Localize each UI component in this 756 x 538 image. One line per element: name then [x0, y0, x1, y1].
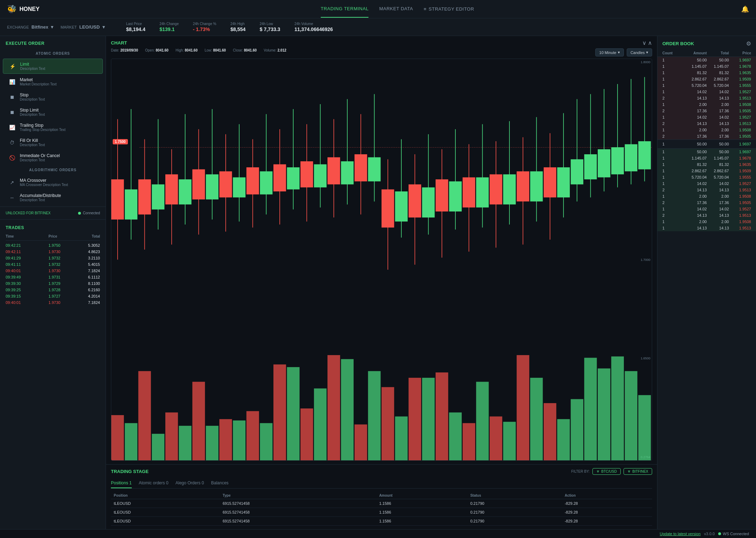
svg-rect-15: [206, 174, 219, 199]
svg-rect-119: [638, 395, 651, 460]
chart-canvas: 1.7500 1.8000 1.7500 1.7000 1.6500 0.276…: [111, 59, 652, 461]
svg-rect-67: [557, 167, 570, 197]
svg-rect-9: [165, 174, 178, 204]
svg-rect-107: [476, 382, 489, 460]
order-accumulate-distribute[interactable]: ↔ Accumulate/Distribute Description Text: [3, 190, 103, 205]
filter-btcusd-button[interactable]: ⛛ BTC/USD: [592, 468, 621, 475]
orderbook-bid-row: 1 5.720.04 5.720.04 1.9555: [657, 174, 756, 180]
orderbook-bid-row: 1 14.02 14.02 1.9527: [657, 180, 756, 187]
orderbook-header: ORDER BOOK ⚙: [657, 36, 756, 50]
chart-title: CHART: [111, 40, 127, 46]
exchange-selector: EXCHANGE Bitfinex ▾: [7, 24, 53, 30]
interval-selector[interactable]: 10 Minute ▾: [595, 48, 624, 56]
chart-type-selector[interactable]: Candles ▾: [627, 48, 652, 56]
chart-expand-controls: ∨ ∧: [642, 40, 652, 46]
stat-24h-change-pct: 24h Change % - 1.73%: [193, 22, 216, 32]
stage-title: TRADING STAGE: [111, 469, 149, 474]
order-limit[interactable]: ⚡ Limit Description Text: [3, 59, 103, 74]
fill-or-kill-icon: ⏱: [8, 139, 16, 146]
order-stop-limit[interactable]: ⏹ Stop Limit Description Text: [3, 105, 103, 119]
bell-icon[interactable]: 🔔: [741, 5, 749, 13]
svg-rect-109: [503, 422, 516, 460]
trade-row: 09:40:01 1.9730 7.1824: [6, 268, 100, 274]
trade-row: 09:39:49 1.9731 6.1112: [6, 274, 100, 280]
svg-rect-69: [571, 159, 584, 184]
nav-trading-terminal[interactable]: TRADING TERMINAL: [321, 0, 369, 18]
order-trailing-stop[interactable]: 📈 Trailing Stop Trailing Stop Descriptio…: [3, 120, 103, 134]
svg-rect-111: [530, 378, 543, 460]
orderbook-ask-row: 1 14.02 14.02 1.9527: [657, 89, 756, 95]
chart-section: CHART ∨ ∧ Date: 2019/09/30 Open: 8041.60…: [106, 36, 657, 465]
tab-balances[interactable]: Balances: [211, 478, 228, 488]
orderbook-ask-row: 2 14.13 14.13 1.9513: [657, 95, 756, 101]
trade-row: 09:39:15 1.9727 4.2014: [6, 293, 100, 299]
svg-rect-103: [422, 378, 435, 460]
filter-bitfinex-button[interactable]: ⛛ BITFINEX: [624, 468, 652, 475]
svg-rect-3: [125, 190, 137, 220]
update-link[interactable]: Update to latest version: [660, 532, 701, 536]
tab-alego-orders[interactable]: Alego Orders 0: [176, 478, 204, 488]
ioc-icon: 🚫: [8, 154, 16, 161]
exchange-value[interactable]: Bitfinex ▾: [30, 24, 53, 30]
svg-rect-81: [125, 423, 137, 460]
svg-rect-110: [517, 355, 530, 460]
trading-stage: TRADING STAGE FILTER BY: ⛛ BTC/USD ⛛ BIT…: [106, 465, 657, 529]
ohlc-date-label: Date: 2019/09/30: [111, 48, 138, 56]
order-fill-or-kill[interactable]: ⏱ Fill Or Kill Description Text: [3, 135, 103, 150]
market-value[interactable]: LEO/USD ▾: [78, 24, 105, 30]
positions-body: tLEOUSD 6915.52741458 1.1586 0.21790 -82…: [111, 499, 652, 526]
tab-atomic-orders[interactable]: Atomic orders 0: [139, 478, 169, 488]
orderbook-bid-row: 1 1.145.07 1.145.07 1.9678: [657, 155, 756, 161]
svg-rect-105: [449, 412, 462, 460]
svg-rect-84: [165, 412, 178, 460]
svg-rect-43: [395, 191, 408, 221]
svg-rect-87: [206, 426, 219, 460]
trade-row: 09:40:01 1.9730 7.1824: [6, 299, 100, 306]
orderbook-ask-row: 2 17.36 17.36 1.9505: [657, 133, 756, 139]
stop-icon: ⏹: [8, 94, 16, 101]
svg-rect-55: [476, 177, 489, 207]
svg-rect-65: [544, 167, 556, 197]
settings-icon[interactable]: ⚙: [746, 40, 751, 47]
nav-market-data[interactable]: MARKET DATA: [379, 0, 413, 18]
orderbook-bid-row: 1 2.00 2.00 1.9508: [657, 219, 756, 225]
svg-rect-13: [193, 169, 205, 199]
ohlc-low-label: Low: 8041.60: [205, 48, 226, 56]
svg-rect-94: [301, 408, 313, 460]
svg-rect-33: [327, 157, 340, 185]
svg-rect-31: [314, 164, 327, 187]
svg-rect-100: [382, 387, 394, 460]
ws-status: WS Connected: [718, 532, 749, 536]
order-ma-crossover[interactable]: ↗ MA Crossover MA Crossover Description …: [3, 175, 103, 190]
collapse-icon[interactable]: ∨: [642, 40, 646, 46]
svg-rect-112: [544, 403, 556, 460]
divider-1: [0, 207, 106, 207]
tab-positions[interactable]: Positions 1: [111, 478, 132, 488]
svg-rect-35: [341, 161, 354, 184]
ws-dot: [718, 532, 721, 535]
exchange-market: EXCHANGE Bitfinex ▾ MARKET LEO/USD ▾: [7, 24, 105, 30]
strategy-icon: ≡: [424, 6, 426, 12]
expand-icon[interactable]: ∧: [648, 40, 652, 46]
svg-rect-102: [409, 378, 421, 460]
order-stop[interactable]: ⏹ Stop Description Text: [3, 90, 103, 104]
connected-dot-indicator: [78, 212, 81, 215]
svg-rect-21: [247, 167, 259, 195]
nav-strategy-editor[interactable]: ≡ STRATEGY EDITOR: [424, 0, 474, 18]
nav-links: TRADING TERMINAL MARKET DATA ≡ STRATEGY …: [54, 0, 741, 18]
orderbook-ask-row: 1 5.720.04 5.720.04 1.9555: [657, 82, 756, 89]
trade-row: 09:39:25 1.9728 6.2160: [6, 287, 100, 293]
stat-24h-low: 24h Low $ 7,733.3: [260, 22, 280, 32]
atomic-orders-title: ATOMIC ORDERS: [0, 49, 106, 58]
orderbook-ask-row: 1 2.00 2.00 1.9508: [657, 101, 756, 108]
svg-rect-27: [287, 167, 300, 190]
left-panel: EXECUTE ORDER ATOMIC ORDERS ⚡ Limit Desc…: [0, 36, 106, 529]
order-immediate-or-cancel[interactable]: 🚫 Immediate Or Cancel Description Text: [3, 150, 103, 165]
divider-2: [0, 219, 106, 220]
trades-title: TRADES: [6, 224, 100, 233]
svg-rect-85: [179, 426, 191, 460]
svg-rect-29: [301, 161, 313, 187]
order-market[interactable]: 📊 Market Market Description Text: [3, 74, 103, 89]
unlocked-bar: UNLOCKED FOR BITFINEX Connected: [0, 208, 106, 218]
orderbook-bid-row: 2 14.13 14.13 1.9513: [657, 187, 756, 193]
